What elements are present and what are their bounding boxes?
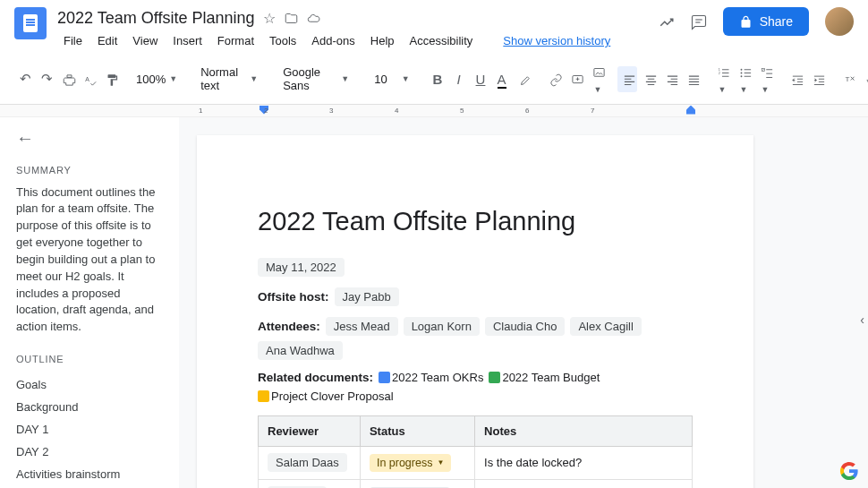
svg-text:A: A	[85, 76, 89, 82]
paint-format-button[interactable]	[100, 66, 120, 93]
svg-rect-4	[593, 68, 603, 76]
menu-tools[interactable]: Tools	[263, 32, 302, 49]
font-dropdown[interactable]: Google Sans▼	[276, 62, 356, 96]
sheet-icon	[489, 372, 500, 383]
header-right: Share	[659, 7, 854, 36]
text-color-button[interactable]: A	[492, 66, 512, 92]
cloud-status-icon[interactable]	[307, 10, 320, 26]
numbered-list-button[interactable]: 12▼	[712, 58, 732, 100]
doc-chip[interactable]: 2022 Team Budget	[489, 371, 600, 384]
doc-chip[interactable]: Project Clover Proposal	[258, 390, 394, 403]
bold-button[interactable]: B	[428, 66, 447, 92]
comments-icon[interactable]	[691, 12, 707, 32]
outline-item[interactable]: DAY 1	[16, 418, 163, 441]
person-chip[interactable]: Claudia Cho	[485, 317, 566, 336]
font-size-dropdown[interactable]: 10▼	[367, 69, 416, 90]
insert-comment-button[interactable]	[566, 66, 585, 93]
paragraph-style-dropdown[interactable]: Normal text▼	[193, 62, 265, 96]
th-notes[interactable]: Notes	[475, 415, 693, 446]
version-history-link[interactable]: Show version history	[503, 32, 610, 49]
notes-cell[interactable]: Will review next week	[475, 479, 693, 488]
menu-view[interactable]: View	[126, 32, 164, 49]
svg-text:1: 1	[718, 68, 719, 72]
table-row[interactable]: Kit TrantNot started ▼Will review next w…	[259, 479, 693, 488]
review-table[interactable]: Reviewer Status Notes Salam DaasIn progr…	[258, 415, 693, 488]
insert-link-button[interactable]	[544, 66, 564, 93]
zoom-dropdown[interactable]: 100%▼	[131, 69, 183, 90]
underline-button[interactable]: U	[471, 66, 490, 92]
menu-help[interactable]: Help	[364, 32, 401, 49]
clear-formatting-button[interactable]: T	[838, 66, 857, 93]
person-chip[interactable]: Logan Korn	[404, 317, 480, 336]
toolbar: ↶ ↷ A 100%▼ Normal text▼ Google Sans▼ 10…	[0, 55, 868, 105]
share-button[interactable]: Share	[723, 7, 809, 36]
doc-chip[interactable]: 2022 Team OKRs	[379, 371, 483, 384]
menu-format[interactable]: Format	[211, 32, 260, 49]
document-title[interactable]: 2022 Team Offsite Planning	[57, 9, 254, 28]
outline-item[interactable]: Background	[16, 396, 163, 418]
menu-bar: File Edit View Insert Format Tools Add-o…	[57, 32, 659, 49]
outline-item[interactable]: Activities brainstorm	[16, 463, 163, 485]
outline-item[interactable]: Goals	[16, 373, 163, 396]
align-right-button[interactable]	[660, 66, 680, 93]
svg-point-8	[740, 72, 742, 73]
print-button[interactable]	[57, 66, 77, 93]
docs-logo[interactable]	[14, 7, 47, 39]
doc-heading[interactable]: 2022 Team Offsite Planning	[258, 207, 693, 236]
user-avatar[interactable]	[825, 7, 854, 36]
redo-button[interactable]: ↷	[36, 65, 55, 92]
activity-icon[interactable]	[659, 12, 675, 32]
spellcheck-button[interactable]: A	[79, 66, 98, 93]
svg-point-9	[740, 75, 742, 77]
star-icon[interactable]: ☆	[263, 10, 276, 27]
collapse-outline-icon[interactable]: ←	[16, 128, 163, 149]
menu-file[interactable]: File	[57, 32, 89, 49]
person-chip[interactable]: Jess Mead	[326, 317, 398, 336]
person-chip[interactable]: Salam Daas	[268, 453, 347, 472]
menu-addons[interactable]: Add-ons	[305, 32, 361, 49]
menu-insert[interactable]: Insert	[166, 32, 208, 49]
summary-label: SUMMARY	[16, 165, 163, 176]
bulleted-list-button[interactable]: ▼	[734, 58, 753, 100]
voice-typing-button[interactable]	[859, 66, 868, 93]
align-justify-button[interactable]	[682, 66, 702, 93]
date-chip[interactable]: May 11, 2022	[258, 258, 345, 277]
svg-point-7	[740, 68, 742, 70]
outline-item[interactable]: DAY 2	[16, 441, 163, 463]
attendees-label: Attendees:	[258, 320, 320, 333]
th-reviewer[interactable]: Reviewer	[259, 415, 361, 446]
align-left-button[interactable]	[617, 66, 637, 93]
menu-edit[interactable]: Edit	[91, 32, 123, 49]
person-chip[interactable]: Jay Pabb	[335, 287, 399, 306]
related-label: Related documents:	[258, 371, 373, 384]
person-chip[interactable]: Alex Cagill	[570, 317, 641, 336]
document-canvas[interactable]: 2022 Team Offsite Planning May 11, 2022 …	[179, 117, 868, 488]
notes-cell[interactable]: Is the date locked?	[475, 446, 693, 479]
th-status[interactable]: Status	[360, 415, 474, 446]
align-center-button[interactable]	[639, 66, 659, 93]
table-row[interactable]: Salam DaasIn progress ▼Is the date locke…	[259, 446, 693, 479]
move-icon[interactable]	[285, 10, 298, 26]
doc-icon	[379, 372, 390, 383]
italic-button[interactable]: I	[449, 66, 469, 92]
host-label: Offsite host:	[258, 290, 329, 304]
outline-label: OUTLINE	[16, 354, 163, 364]
status-chip[interactable]: In progress ▼	[370, 454, 451, 472]
person-chip[interactable]: Ana Wadhwa	[258, 341, 343, 360]
insert-image-button[interactable]: ▼	[587, 58, 607, 100]
decrease-indent-button[interactable]	[786, 66, 805, 93]
ruler[interactable]: 1 2 3 4 5 6 7	[0, 105, 868, 117]
google-logo	[839, 461, 859, 481]
outline-sidebar: ← SUMMARY This document outlines the pla…	[0, 117, 179, 488]
checklist-button[interactable]: ▼	[755, 58, 775, 100]
right-indent-handle[interactable]	[686, 106, 695, 115]
header: 2022 Team Offsite Planning ☆ File Edit V…	[0, 0, 868, 49]
undo-button[interactable]: ↶	[14, 65, 34, 92]
highlight-button[interactable]	[514, 66, 533, 93]
lock-icon	[739, 15, 753, 29]
page[interactable]: 2022 Team Offsite Planning May 11, 2022 …	[197, 135, 753, 488]
side-panel-toggle[interactable]: ‹	[860, 312, 864, 327]
menu-accessibility[interactable]: Accessibility	[404, 32, 480, 49]
slide-icon	[258, 390, 269, 402]
increase-indent-button[interactable]	[807, 66, 827, 93]
